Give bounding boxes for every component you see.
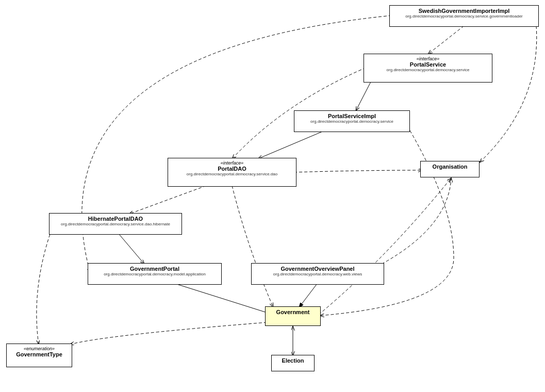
government-box: Government <box>265 306 321 326</box>
portal-service-package: org.directdemocracyportal.democracy.serv… <box>367 68 489 72</box>
svg-line-2 <box>356 81 371 111</box>
swedish-gov-importer-box: SwedishGovernmentImporterImpl org.direct… <box>389 5 539 27</box>
portal-service-impl-package: org.directdemocracyportal.democracy.serv… <box>298 119 406 124</box>
government-type-stereotype: «enumeration» <box>10 346 69 351</box>
hibernate-portal-dao-package: org.directdemocracyportal.democracy.serv… <box>53 222 178 226</box>
organisation-name: Organisation <box>424 164 476 170</box>
government-type-box: «enumeration» GovernmentType <box>6 344 72 367</box>
svg-line-6 <box>175 284 273 315</box>
portal-service-box: «interface» PortalService org.directdemo… <box>364 54 492 83</box>
svg-line-3 <box>258 130 325 159</box>
portal-dao-box: «interface» PortalDAO org.directdemocrac… <box>168 158 296 187</box>
hibernate-portal-dao-box: HibernatePortalDAO org.directdemocracypo… <box>49 213 182 235</box>
svg-line-1 <box>428 26 464 54</box>
portal-dao-stereotype: «interface» <box>171 160 293 166</box>
government-overview-panel-box: GovernmentOverviewPanel org.directdemocr… <box>251 263 384 285</box>
portal-service-impl-name: PortalServiceImpl <box>298 113 406 119</box>
portal-dao-package: org.directdemocracyportal.democracy.serv… <box>171 172 293 176</box>
election-name: Election <box>275 357 311 364</box>
government-type-name: GovernmentType <box>10 351 69 357</box>
government-portal-package: org.directdemocracyportal.democracy.mode… <box>91 272 218 276</box>
election-box: Election <box>271 355 315 371</box>
hibernate-portal-dao-name: HibernatePortalDAO <box>53 216 178 222</box>
portal-service-impl-box: PortalServiceImpl org.directdemocracypor… <box>294 110 410 132</box>
government-portal-name: GovernmentPortal <box>91 266 218 272</box>
swedish-gov-importer-package: org.directdemocracyportal.democracy.serv… <box>393 14 535 19</box>
portal-service-stereotype: «interface» <box>367 56 489 61</box>
svg-line-5 <box>119 234 144 264</box>
portal-dao-name: PortalDAO <box>171 166 293 172</box>
government-name: Government <box>269 309 317 315</box>
portal-service-name: PortalService <box>367 61 489 68</box>
government-overview-panel-name: GovernmentOverviewPanel <box>255 266 381 272</box>
svg-line-4 <box>129 186 206 214</box>
swedish-gov-importer-name: SwedishGovernmentImporterImpl <box>393 8 535 14</box>
svg-line-7 <box>299 284 317 307</box>
organisation-box: Organisation <box>420 161 480 177</box>
government-overview-panel-package: org.directdemocracyportal.democracy.web.… <box>255 272 381 276</box>
government-portal-box: GovernmentPortal org.directdemocracyport… <box>88 263 222 285</box>
